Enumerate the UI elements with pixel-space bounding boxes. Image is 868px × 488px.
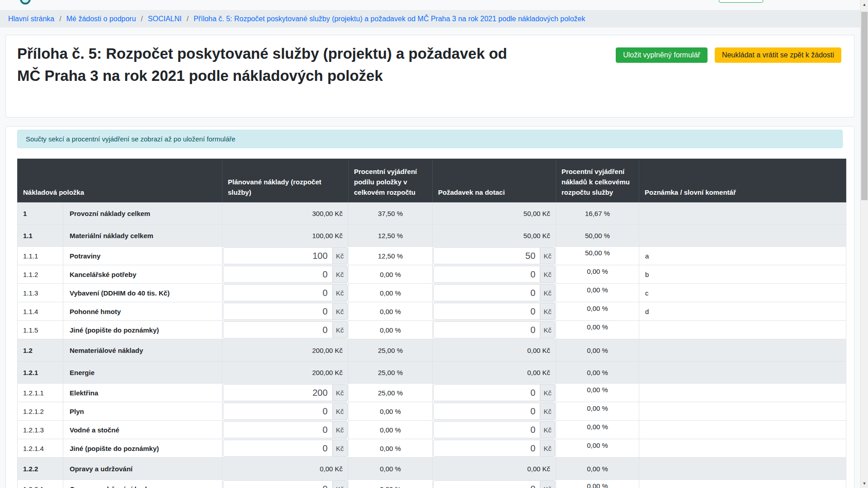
scroll-up-icon[interactable]: ▲ [861,2,868,7]
planned-costs-input[interactable] [223,266,333,283]
planned-costs-input[interactable] [223,321,333,338]
row-number: 1.2.2 [18,458,63,480]
requested-input[interactable] [433,403,540,420]
percent-share-value: 25,00 % [349,361,433,384]
breadcrumb-home-link[interactable]: Hlavní stránka [8,15,54,23]
scrollbar-thumb[interactable] [861,12,868,200]
currency-suffix: Kč [333,440,348,457]
table-row: 1.2.1.2 Plyn Kč 0,00 % Kč 0,00 % [18,402,846,421]
save-form-button[interactable]: Uložit vyplněný formulář [616,47,708,63]
currency-suffix: Kč [333,403,348,420]
breadcrumb: Hlavní stránka / Mé žádosti o podporu / … [0,10,868,28]
note-cell [639,321,846,339]
requested-input[interactable] [433,303,540,320]
breadcrumb-current-page: Příloha č. 5: Rozpočet poskytované služb… [193,15,585,23]
requested-input[interactable] [433,247,540,264]
percent-total-value: 0,00 % [556,361,639,384]
note-cell [639,421,846,439]
planned-costs-value: 100,00 Kč [222,225,349,247]
requested-input[interactable] [433,480,540,488]
note-cell: b [639,265,846,284]
planned-costs-cell: Kč [222,402,349,421]
currency-suffix: Kč [540,303,555,320]
percent-total-value: 0,00 % [556,402,639,421]
currency-suffix: Kč [540,321,555,338]
scroll-down-icon[interactable]: ▼ [861,481,868,486]
breadcrumb-separator: / [59,15,61,23]
breadcrumb-separator: / [187,15,189,23]
table-row: 1.1.2 Kancelářské potřeby Kč 0,00 % Kč 0… [18,265,846,284]
row-number: 1.2.1.3 [18,421,63,439]
planned-costs-cell: Kč [222,421,349,439]
partial-outline-button[interactable] [719,0,763,3]
breadcrumb-socialni-link[interactable]: SOCIALNI [148,15,182,23]
percent-share-value: 0,00 % [349,402,433,421]
note-cell [639,384,846,402]
planned-costs-input[interactable] [223,284,333,301]
table-row: 1.2.1.4 Jiné (popište do poznámky) Kč 0,… [18,439,846,458]
requested-input[interactable] [433,440,540,457]
requested-cell: Kč [433,384,556,402]
planned-costs-cell: Kč [222,321,349,339]
planned-costs-input[interactable] [223,421,333,438]
percent-share-value: 0,00 % [349,284,433,302]
row-name: Potraviny [63,247,222,265]
note-cell [639,361,846,384]
requested-cell: Kč [433,480,556,488]
requested-input[interactable] [433,284,540,301]
header-percent-total: Procentní vyjádření nákladů k celkovému … [556,159,639,202]
percent-total-value: 0,00 % [556,284,639,302]
row-number: 1.1.2 [18,265,63,284]
requested-value: 0,00 Kč [433,458,556,480]
budget-table: Nákladová položka Plánované náklady (roz… [17,159,846,488]
requested-cell: Kč [433,402,556,421]
currency-suffix: Kč [333,421,348,438]
table-row: 1.1.3 Vybavení (DDHIM do 40 tis. Kč) Kč … [18,284,846,302]
requested-input[interactable] [433,384,540,401]
percent-total-value: 16,67 % [556,202,639,225]
planned-costs-input[interactable] [223,403,333,420]
table-row: 1.2.1.1 Elektřina Kč 25,00 % Kč 0,00 % [18,384,846,402]
header-requested-grant: Požadavek na dotaci [433,159,556,202]
title-card: Příloha č. 5: Rozpočet poskytované služb… [5,35,854,117]
row-number: 1.2.1 [18,361,63,384]
planned-costs-cell: Kč [222,480,349,488]
percent-share-value: 25,00 % [349,384,433,402]
planned-costs-input[interactable] [223,384,333,401]
cancel-return-button[interactable]: Neukládat a vrátit se zpět k žádosti [715,47,841,63]
row-name: Opravy a udržování budov [63,480,222,488]
planned-costs-value: 200,00 Kč [222,361,349,384]
header-percent-share: Procentní vyjádření podílu položky v cel… [349,159,433,202]
planned-costs-cell: Kč [222,284,349,302]
breadcrumb-requests-link[interactable]: Mé žádosti o podporu [66,15,136,23]
planned-costs-input[interactable] [223,247,333,264]
percent-total-value: 0,00 % [556,384,639,402]
row-number: 1.1 [18,225,63,247]
percent-total-value: 0,00 % [556,302,639,321]
planned-costs-input[interactable] [223,480,333,488]
table-row: 1.1 Materiální náklady celkem 100,00 Kč … [18,225,846,247]
requested-cell: Kč [433,302,556,321]
requested-value: 50,00 Kč [433,202,556,225]
table-row: 1.2.1.3 Vodné a stočné Kč 0,00 % Kč 0,00… [18,421,846,439]
note-cell [639,480,846,488]
row-name: Jiné (popište do poznámky) [63,321,222,339]
requested-input[interactable] [433,266,540,283]
row-name: Plyn [63,402,222,421]
info-alert: Součty sekcí a procentní vyjádření se zo… [17,130,843,148]
currency-suffix: Kč [540,403,555,420]
table-row: 1.2.1 Energie 200,00 Kč 25,00 % 0,00 Kč … [18,361,846,384]
requested-input[interactable] [433,421,540,438]
percent-share-value: 12,50 % [349,225,433,247]
requested-cell: Kč [433,265,556,284]
planned-costs-input[interactable] [223,303,333,320]
note-cell [639,202,846,225]
requested-value: 50,00 Kč [433,225,556,247]
percent-total-value: 0,00 % [556,421,639,439]
planned-costs-cell: Kč [222,247,349,265]
currency-suffix: Kč [540,440,555,457]
row-number: 1.1.4 [18,302,63,321]
requested-input[interactable] [433,321,540,338]
percent-total-value: 0,00 % [556,458,639,480]
planned-costs-input[interactable] [223,440,333,457]
